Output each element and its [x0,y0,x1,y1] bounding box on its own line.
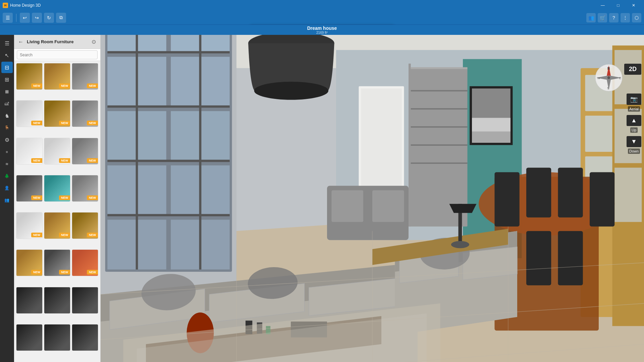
new-badge-8: New [59,158,70,163]
svg-rect-64 [495,172,520,227]
furniture-item-9[interactable]: New [72,138,98,165]
furniture-item-3[interactable]: New [72,63,98,90]
left-icon-cursor[interactable]: ↖ [1,50,13,61]
left-icon-rooms[interactable]: ⊞ [1,74,13,85]
search-input[interactable] [17,50,98,59]
svg-point-35 [254,82,328,100]
new-badge-13: New [31,233,42,237]
svg-rect-61 [614,168,642,222]
undo-button[interactable]: ↩ [20,13,30,23]
furniture-item-8[interactable]: New [44,138,70,165]
furniture-item-18[interactable]: New [72,249,98,276]
new-badge-5: New [59,121,70,125]
left-icon-menu[interactable]: ☰ [1,38,13,49]
furniture-item-11[interactable]: New [44,175,70,202]
back-button[interactable]: ← [17,38,25,46]
aerial-button[interactable]: 📷 [627,94,641,105]
view-2d-button[interactable]: 2D [624,64,641,75]
up-label: Up [630,127,638,133]
maximize-button[interactable]: □ [610,0,626,11]
left-icon-group[interactable]: 👥 [1,194,13,206]
svg-rect-71 [332,190,364,222]
left-icon-tools[interactable]: ⚙ [1,134,13,145]
title-bar: H Home Design 3D — □ ✕ [0,0,644,11]
furniture-item-4[interactable]: New [16,100,43,127]
furniture-item-1[interactable]: New [16,63,43,90]
furniture-item-6[interactable]: New [72,100,98,127]
left-icon-chair[interactable]: 🪑 [1,122,13,133]
furniture-item-7[interactable]: New [16,138,43,165]
scan-button[interactable]: ⊙ [90,38,98,46]
window-controls[interactable]: — □ ✕ [595,0,641,11]
new-badge-18: New [87,270,98,275]
furniture-item-20[interactable] [44,287,70,314]
new-badge-1: New [31,83,42,88]
more-button[interactable]: ⋮ [621,13,630,22]
left-icon-layers[interactable]: ⊟ [1,62,13,73]
new-badge-16: New [31,270,42,275]
left-icon-person[interactable]: 👤 [1,182,13,194]
furniture-grid: NewNewNewNewNewNewNewNewNewNewNewNewNewN… [14,61,100,362]
furniture-item-17[interactable]: New [44,249,70,276]
new-badge-17: New [59,270,70,275]
furniture-item-22[interactable] [16,324,43,351]
svg-rect-68 [526,231,551,285]
title-bar-left: H Home Design 3D [3,3,41,8]
svg-rect-43 [472,118,511,132]
left-icon-sofa[interactable]: 🛋 [1,98,13,109]
left-icon-stairs[interactable]: ≋ [1,158,13,170]
aerial-label: Aerial [628,106,640,112]
furniture-item-14[interactable]: New [44,212,70,239]
svg-point-98 [607,76,610,79]
cart-button[interactable]: 🛒 [598,13,607,22]
history-button[interactable]: ↻ [44,13,54,23]
project-size: 2169 ft² [307,31,337,35]
furniture-item-23[interactable] [44,324,70,351]
main-content: ☰ ↖ ⊟ ⊞ ▦ 🛋 ♞ 🪑 ⚙ ≡ ≋ 🌲 👤 👥 ← Living Roo… [0,35,644,362]
furniture-item-10[interactable]: New [16,175,43,202]
minimize-button[interactable]: — [595,0,610,11]
new-badge-6: New [87,121,98,125]
menu-button[interactable]: ☰ [3,13,13,23]
close-button[interactable]: ✕ [626,0,641,11]
copy-button[interactable]: ⧉ [56,13,66,23]
left-icon-tree[interactable]: 🌲 [1,170,13,182]
furniture-item-12[interactable]: New [72,175,98,202]
svg-rect-69 [558,231,583,285]
svg-text:S: S [607,86,609,90]
furniture-item-16[interactable]: New [16,249,43,276]
svg-rect-66 [558,168,583,218]
header-center: Dream house 2169 ft² [307,25,337,35]
redo-button[interactable]: ↪ [32,13,42,23]
help-button[interactable]: ? [609,13,619,22]
up-button[interactable]: ▲ [627,115,641,126]
left-icon-grid[interactable]: ▦ [1,86,13,97]
furniture-item-2[interactable]: New [44,63,70,90]
furniture-item-5[interactable]: New [44,100,70,127]
view-3d[interactable]: N S W E 2D 📷 Aerial ▲ Up ▼ Down [101,35,644,362]
account-button[interactable]: ⬡ [632,13,641,22]
furniture-item-13[interactable]: New [16,212,43,239]
search-bar [14,49,100,61]
header-right-buttons: 👥 🛒 ? ⋮ ⬡ [586,13,641,22]
users-button[interactable]: 👥 [586,13,596,22]
new-badge-4: New [31,121,42,125]
left-icon-fence[interactable]: ≡ [1,146,13,158]
svg-rect-44 [409,68,468,227]
furniture-item-15[interactable]: New [72,212,98,239]
project-name: Dream house [307,25,337,31]
view-controls: 📷 Aerial ▲ Up ▼ Down [627,94,641,154]
room-scene-svg [101,35,644,362]
furniture-item-19[interactable] [16,287,43,314]
down-button[interactable]: ▼ [627,136,641,147]
furniture-item-24[interactable] [72,324,98,351]
svg-rect-72 [372,190,404,222]
compass: N S W E [595,64,623,92]
app-title: Home Design 3D [10,3,41,8]
furniture-item-21[interactable] [72,287,98,314]
left-sidebar: ☰ ↖ ⊟ ⊞ ▦ 🛋 ♞ 🪑 ⚙ ≡ ≋ 🌲 👤 👥 [0,35,14,362]
new-badge-9: New [87,158,98,163]
svg-text:W: W [597,76,600,80]
down-label: Down [628,148,640,154]
left-icon-horse[interactable]: ♞ [1,110,13,121]
